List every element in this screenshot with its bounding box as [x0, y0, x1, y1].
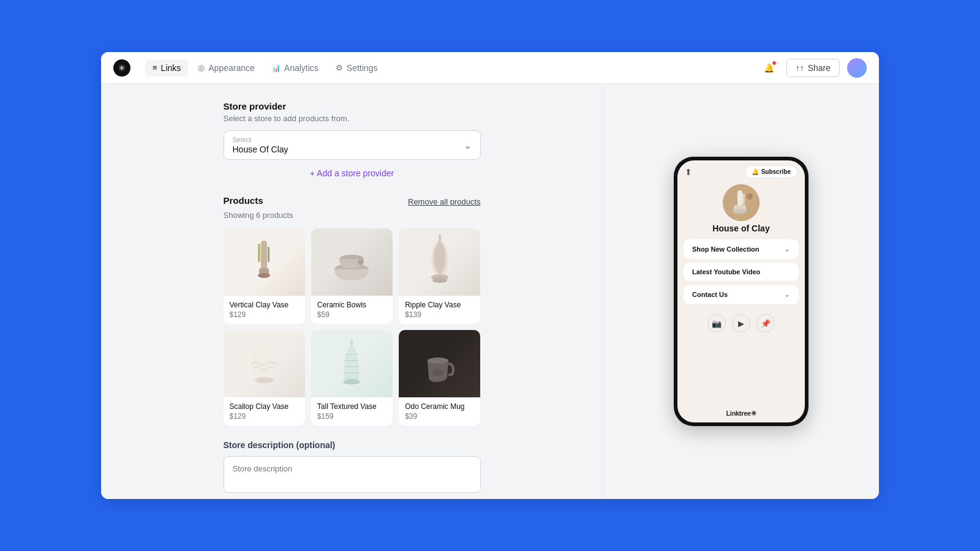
- phone-link-shop[interactable]: Shop New Collection ⌄: [684, 239, 799, 259]
- share-button[interactable]: ↑ Share: [786, 59, 840, 77]
- product-illustration: [415, 339, 464, 388]
- product-illustration: [418, 231, 461, 293]
- phone-profile-name: House of Clay: [677, 223, 805, 233]
- settings-icon: [336, 63, 343, 72]
- chevron-down-icon: ⌄: [784, 245, 790, 253]
- store-provider-title: Store provider: [224, 101, 481, 111]
- analytics-icon: [272, 63, 281, 72]
- svg-point-20: [428, 358, 448, 364]
- product-price: $129: [230, 412, 299, 421]
- list-item: Ripple Clay Vase $139: [399, 228, 480, 324]
- svg-rect-19: [350, 339, 353, 347]
- phone-footer-brand: Linktree✳: [677, 405, 805, 422]
- select-value: House Of Clay: [233, 144, 472, 154]
- product-info: Odo Ceramic Mug $39: [399, 397, 480, 425]
- svg-rect-0: [261, 241, 267, 271]
- list-item: Ceramic Bowls $59: [311, 228, 393, 324]
- remove-all-products-button[interactable]: Remove all products: [408, 197, 481, 206]
- products-section: Products Remove all products Showing 6 p…: [224, 195, 481, 425]
- nav-right: ↑ Share: [760, 58, 867, 78]
- store-provider-section: Store provider Select a store to add pro…: [224, 101, 481, 178]
- instagram-icon[interactable]: 📷: [707, 314, 726, 332]
- notification-dot: [772, 61, 777, 66]
- panel-content: Store provider Select a store to add pro…: [224, 101, 481, 495]
- pinterest-icon[interactable]: 📌: [756, 314, 775, 332]
- notifications-button[interactable]: [760, 58, 779, 78]
- product-illustration: [333, 333, 370, 394]
- list-item: Scallop Clay Vase $129: [224, 330, 305, 425]
- left-panel: Store provider Select a store to add pro…: [101, 84, 603, 499]
- svg-rect-26: [742, 193, 745, 204]
- list-item: Vertical Clay Vase $129: [224, 228, 305, 324]
- appearance-icon: [198, 63, 205, 72]
- svg-point-21: [432, 369, 444, 377]
- store-description-section: Store description (optional): [224, 440, 481, 495]
- svg-point-9: [432, 278, 447, 283]
- product-image: [224, 330, 305, 397]
- product-info: Ceramic Bowls $59: [311, 296, 393, 324]
- phone-share-icon[interactable]: ⬆: [685, 167, 692, 177]
- bell-icon-phone: 🔔: [752, 168, 759, 175]
- product-info: Scallop Clay Vase $129: [224, 397, 305, 425]
- product-image: [399, 228, 480, 296]
- product-name: Scallop Clay Vase: [230, 402, 299, 411]
- svg-rect-10: [439, 234, 441, 246]
- product-price: $129: [230, 310, 299, 319]
- product-name: Vertical Clay Vase: [230, 301, 299, 309]
- logo[interactable]: ✳: [113, 59, 130, 77]
- nav-tabs: Links Appearance Analytics Settings: [145, 59, 385, 77]
- products-header: Products Remove all products: [224, 195, 481, 208]
- right-panel: ⬆ 🔔 Subscribe: [603, 84, 879, 499]
- phone-screen: ⬆ 🔔 Subscribe: [677, 160, 805, 422]
- store-select[interactable]: Select House Of Clay ⌄: [224, 130, 481, 160]
- svg-point-2: [258, 273, 270, 278]
- svg-point-18: [343, 380, 360, 384]
- product-name: Odo Ceramic Mug: [405, 402, 474, 411]
- product-name: Ripple Clay Vase: [405, 301, 474, 309]
- chevron-down-icon: ⌄: [464, 140, 472, 151]
- svg-rect-4: [268, 247, 270, 262]
- product-image: [399, 330, 480, 397]
- list-item: Odo Ceramic Mug $39: [399, 330, 480, 425]
- user-avatar[interactable]: [847, 58, 867, 78]
- phone-top-bar: ⬆ 🔔 Subscribe: [677, 160, 805, 178]
- product-price: $139: [405, 310, 474, 319]
- svg-rect-3: [258, 244, 260, 262]
- share-icon: ↑: [796, 63, 804, 73]
- product-illustration: [327, 238, 376, 287]
- tab-analytics[interactable]: Analytics: [265, 59, 326, 77]
- products-title: Products: [224, 195, 263, 206]
- product-price: $59: [317, 310, 386, 319]
- products-count: Showing 6 products: [224, 211, 481, 220]
- tab-appearance[interactable]: Appearance: [190, 59, 262, 77]
- top-nav: ✳ Links Appearance Analytics Settings: [101, 52, 879, 84]
- product-illustration: [239, 336, 288, 391]
- tab-settings[interactable]: Settings: [328, 59, 385, 77]
- phone-link-contact[interactable]: Contact Us ⌄: [684, 285, 799, 304]
- phone-link-youtube[interactable]: Latest Youtube Video: [684, 263, 799, 281]
- product-name: Tall Textured Vase: [317, 402, 386, 411]
- product-name: Ceramic Bowls: [317, 301, 386, 309]
- product-price: $159: [317, 412, 386, 421]
- phone-social-icons: 📷 ▶ 📌: [677, 308, 805, 339]
- product-image: [224, 228, 305, 296]
- product-image: [311, 228, 393, 296]
- add-store-provider-button[interactable]: + Add a store provider: [224, 168, 481, 178]
- select-label: Select: [233, 136, 472, 143]
- product-image: [311, 330, 393, 397]
- store-description-input[interactable]: [224, 456, 481, 493]
- product-info: Vertical Clay Vase $129: [224, 296, 305, 324]
- chevron-down-icon: ⌄: [784, 290, 790, 299]
- svg-point-25: [733, 209, 747, 214]
- youtube-icon[interactable]: ▶: [732, 314, 750, 332]
- svg-rect-12: [255, 373, 257, 385]
- svg-point-7: [358, 259, 364, 265]
- products-grid: Vertical Clay Vase $129: [224, 228, 481, 425]
- tab-links[interactable]: Links: [145, 59, 188, 77]
- svg-point-27: [747, 193, 753, 200]
- profile-illustration: [723, 184, 760, 221]
- product-price: $39: [405, 412, 474, 421]
- svg-rect-23: [737, 190, 742, 208]
- phone-mockup: ⬆ 🔔 Subscribe: [674, 157, 809, 426]
- phone-subscribe-button[interactable]: 🔔 Subscribe: [745, 165, 797, 178]
